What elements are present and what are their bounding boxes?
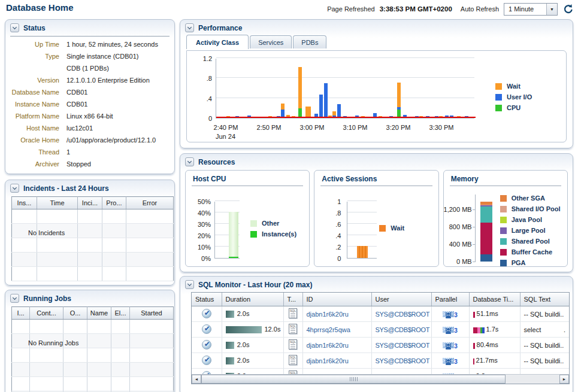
legend-item: Other SGA [500, 195, 561, 202]
performance-panel-title: Performance [198, 24, 242, 32]
column-header[interactable]: Inci... [78, 197, 102, 209]
sql-type-icon [289, 355, 297, 365]
legend-item: Instance(s) [250, 230, 296, 238]
db-time-value: 80.4ms [475, 341, 498, 348]
status-field: Up Time1 hour, 52 minutes, 24 seconds [9, 38, 171, 50]
column-header[interactable]: Name [87, 307, 111, 320]
incidents-panel-title: Incidents - Last 24 Hours [23, 184, 109, 193]
legend-item: PGA [500, 259, 561, 266]
duration-bar [226, 311, 234, 318]
db-time-value: 21.7ms [474, 357, 498, 364]
collapse-status-button[interactable] [10, 23, 19, 32]
sql-text: select [524, 326, 541, 333]
chevron-down-icon[interactable]: ▼ [546, 4, 557, 15]
status-field-value: CDB01 [66, 98, 87, 110]
scroll-thumb[interactable] [201, 375, 506, 384]
refresh-area: Page Refreshed 3:38:53 PM GMT+0200 Auto … [327, 2, 574, 16]
scroll-left-button[interactable]: ◄ [192, 375, 201, 384]
status-field-value: Linux x86 64-bit [66, 110, 113, 122]
horizontal-scrollbar[interactable]: ◄► [192, 374, 569, 384]
buffer-cache-legend-swatch [500, 249, 507, 256]
collapse-jobs-button[interactable] [10, 294, 19, 303]
collapse-sql-monitor-button[interactable] [185, 280, 194, 289]
y-axis-label: 0 [192, 115, 212, 122]
collapse-performance-button[interactable] [185, 23, 194, 32]
chart-bar [324, 83, 328, 118]
cpu-cores-line [216, 117, 476, 118]
duration-value: 2.0s [237, 310, 250, 317]
column-header[interactable]: Started [130, 307, 174, 320]
tab-pdbs[interactable]: PDBs [293, 35, 326, 48]
sql-id-link[interactable]: djabn1r6k20ru [307, 311, 349, 318]
column-header[interactable]: Parallel [431, 293, 469, 306]
y-axis-label: 400 MB [442, 241, 472, 248]
other-legend-swatch [250, 220, 257, 227]
active-sessions-chart: 0.2.4.6.81Wait [314, 187, 438, 266]
duration-value: 2.0s [237, 357, 250, 364]
status-field-label: Thread [9, 146, 66, 158]
column-header[interactable]: Cont... [30, 307, 63, 320]
column-header[interactable]: I... [12, 307, 30, 320]
status-field-label [9, 62, 66, 74]
sql-table: StatusDurationT...IDUserParallelDatabase… [192, 293, 569, 384]
column-header[interactable]: Time [37, 197, 78, 209]
incidents-table: Ins...TimeInci...Pro...ErrorNo Incidents [11, 196, 168, 281]
column-header[interactable]: T... [283, 293, 302, 306]
page-title: Database Home [6, 2, 74, 13]
column-header[interactable]: Database Ti... [469, 293, 520, 306]
status-field: ArchiverStopped [9, 158, 171, 170]
duration-value: 12.0s [265, 326, 281, 333]
x-axis-sub-label: Jun 24 [216, 133, 252, 140]
column-header[interactable]: Ins... [12, 197, 37, 209]
y-axis-label: 0% [189, 255, 211, 262]
legend-label: Buffer Cache [512, 248, 552, 256]
status-field-label: Archiver [9, 158, 66, 170]
db-time-value: 51.1ms [475, 310, 498, 317]
x-axis-label: 2:40 PM [208, 124, 244, 131]
status-completed-icon [202, 324, 211, 334]
status-field-value: /u01/app/oracle/product/12.1.0 [66, 134, 156, 146]
database-home-page: Database Home Page Refreshed 3:38:53 PM … [0, 0, 578, 392]
status-panel-title: Status [23, 24, 46, 32]
sql-text: -- SQL buildi.. [524, 342, 564, 349]
sql-row: 2.0sdjabn1r6k20ruSYS@CDB$ROOT3 80.4ms-- … [192, 338, 569, 353]
column-header[interactable]: El... [111, 307, 130, 320]
host-cpu-plot [214, 202, 240, 259]
active-sessions-legend: Wait [379, 224, 404, 235]
legend-label: Instance(s) [262, 230, 296, 238]
sql-id-link[interactable]: djabn1r6k20ru [307, 342, 349, 349]
tab-services[interactable]: Services [250, 35, 292, 48]
instances-legend-swatch [250, 231, 257, 238]
column-header[interactable]: ID [302, 293, 371, 306]
y-axis-label: 0 [317, 255, 341, 262]
column-header[interactable]: Duration [222, 293, 283, 306]
column-header[interactable]: User [371, 293, 431, 306]
wait-legend-swatch [379, 225, 386, 232]
column-header[interactable]: O... [63, 307, 87, 320]
column-header[interactable]: Status [192, 293, 222, 306]
userio-legend-swatch [495, 94, 502, 101]
collapse-incidents-button[interactable] [10, 184, 19, 193]
collapse-resources-button[interactable] [185, 157, 194, 166]
column-header[interactable]: Error [126, 197, 174, 209]
sql-id-link[interactable]: djabn1r6k20ru [307, 357, 349, 364]
column-header[interactable]: SQL Text [520, 293, 569, 306]
memory-segment-pga [480, 254, 492, 262]
y-axis-label: 1 [317, 198, 341, 205]
activity-legend: WaitUser I/OCPU [495, 83, 532, 115]
legend-label: PGA [512, 259, 526, 266]
tab-activity-class[interactable]: Activity Class [186, 35, 249, 49]
scroll-right-button[interactable]: ► [559, 375, 569, 384]
auto-refresh-select[interactable]: 1 Minute ▼ [504, 3, 558, 16]
sql-row: 2.0sdjabn1r6k20ruSYS@CDB$ROOT3 21.7ms-- … [192, 353, 569, 369]
x-axis-label: 3:00 PM [294, 124, 330, 131]
status-field: Instance NameCDB01 [9, 98, 171, 110]
wait-legend-swatch [495, 83, 502, 90]
status-field: CDB (1 PDBs) [9, 62, 171, 74]
status-field-value: luc12c01 [66, 122, 93, 134]
sql-id-link[interactable]: 4hprrsq2r5qwa [307, 326, 350, 333]
scroll-track[interactable] [201, 375, 559, 384]
refresh-icon[interactable] [562, 3, 574, 15]
column-header[interactable]: Pro... [102, 197, 126, 209]
memory-segment-shared-pool [480, 206, 492, 223]
